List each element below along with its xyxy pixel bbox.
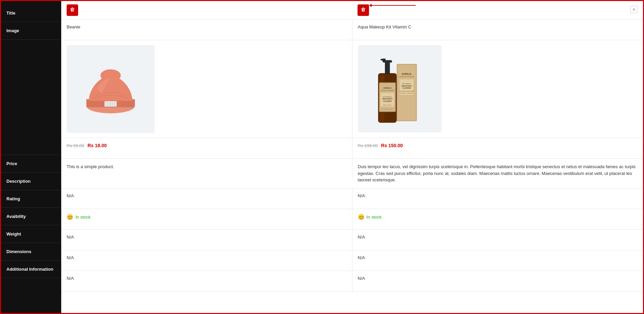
- additional-info-row: N/A N/A: [61, 271, 643, 292]
- svg-text:CELEBRATING MIRCOBIOME: CELEBRATING MIRCOBIOME: [399, 91, 414, 92]
- svg-text:CLEANSER: CLEANSER: [383, 100, 392, 102]
- product1-dimensions: N/A: [61, 250, 352, 271]
- beanie-svg: [77, 55, 144, 123]
- weight-row: N/A N/A: [61, 230, 643, 250]
- rating-row: N/A N/A: [61, 188, 643, 209]
- svg-text:aurelia-skincare.com: aurelia-skincare.com: [382, 109, 392, 110]
- product2-availability-badge: 😊 In stock: [358, 214, 638, 220]
- product2-dimensions: N/A: [352, 250, 643, 271]
- product1-weight: N/A: [61, 230, 352, 250]
- svg-text:RESTORATIVE: RESTORATIVE: [383, 96, 392, 98]
- sidebar-row-image: Image: [1, 22, 61, 40]
- sidebar-row-weight: Weight: [1, 225, 61, 243]
- product1-availability: 😊 In stock: [61, 209, 352, 229]
- product2-rating: N/A: [352, 188, 643, 209]
- delete-product2-button[interactable]: [358, 4, 369, 16]
- availability-row: 😊 In stock 😊 In stock: [61, 209, 643, 230]
- product2-image-cell: AURELIA PROBIOTIC SKINCARE RESTORATIVE C…: [352, 40, 643, 138]
- svg-text:RESTORATIVE: RESTORATIVE: [402, 83, 411, 85]
- svg-text:CREAM BODY: CREAM BODY: [382, 98, 392, 100]
- sidebar-row-rating: Rating: [1, 190, 61, 208]
- product1-description: This is a simple product.: [61, 159, 352, 179]
- product1-availability-icon: 😊: [67, 214, 73, 220]
- product1-price-cell: Rs 20.00 Rs 18.00: [61, 138, 352, 158]
- product1-availability-text: In stock: [75, 215, 91, 220]
- trash-icon-2: [361, 7, 366, 14]
- sidebar-row-image-spacer: [1, 40, 61, 155]
- product1-availability-badge: 😊 In stock: [67, 214, 347, 220]
- product2-image-container: AURELIA PROBIOTIC SKINCARE RESTORATIVE C…: [358, 45, 442, 132]
- product2-weight: N/A: [352, 230, 643, 250]
- product2-price-cell: Rs 199.00 Rs 150.00: [352, 138, 643, 158]
- product2-price-sale: Rs 150.00: [381, 143, 403, 148]
- trash-icon-1: [70, 7, 75, 14]
- compare-window: × Title Image Price Description Rating A…: [0, 0, 644, 314]
- svg-rect-4: [105, 102, 116, 106]
- svg-text:CREAM BODY: CREAM BODY: [401, 85, 412, 87]
- dimensions-row: N/A N/A: [61, 250, 643, 271]
- svg-text:PROBIOTIC SKINCARE: PROBIOTIC SKINCARE: [399, 76, 414, 77]
- product1-image-container: [67, 45, 155, 133]
- sidebar-row-dimensions: Dimensions: [1, 243, 61, 261]
- svg-text:PROBIOTIC SKINCARE: PROBIOTIC SKINCARE: [381, 90, 394, 91]
- arrow-indicator: [369, 4, 416, 7]
- sidebar-row-availability: Avaibility: [1, 208, 61, 225]
- svg-text:AURELIA: AURELIA: [401, 73, 411, 75]
- product1-rating: N/A: [61, 188, 352, 209]
- sidebar-row-price: Price: [1, 155, 61, 173]
- product2-header: [352, 1, 643, 19]
- product1-header: [61, 1, 352, 19]
- image-row: AURELIA PROBIOTIC SKINCARE RESTORATIVE C…: [61, 40, 643, 138]
- sidebar-row-title: Title: [1, 4, 61, 22]
- title-row: Beanie Aqua Makeup Kit Vitamin C: [61, 20, 643, 40]
- svg-text:300ml · Net Wt.: 300ml · Net Wt.: [383, 105, 391, 106]
- product1-image-cell: [61, 40, 352, 138]
- product2-additional-info: N/A: [352, 271, 643, 291]
- delete-product1-button[interactable]: [67, 4, 78, 16]
- header-row: [61, 1, 643, 20]
- bottle-svg: AURELIA PROBIOTIC SKINCARE RESTORATIVE C…: [366, 51, 434, 126]
- svg-rect-21: [381, 59, 386, 61]
- svg-point-5: [100, 69, 121, 82]
- product1-additional-info: N/A: [61, 271, 352, 291]
- product1-title: Beanie: [61, 20, 352, 40]
- product2-description: Duis tempor leo lacus, vel dignissim tur…: [352, 159, 643, 188]
- sidebar-row-description: Description: [1, 173, 61, 190]
- sidebar-row-additional: Additional Information: [1, 261, 61, 278]
- product2-price-original: Rs 199.00: [358, 143, 378, 148]
- svg-text:AURELIA: AURELIA: [383, 87, 391, 89]
- sidebar: Title Image Price Description Rating Ava…: [1, 1, 61, 313]
- svg-rect-18: [385, 61, 390, 74]
- product2-availability: 😊 In stock: [352, 209, 643, 229]
- product1-price-original: Rs 20.00: [67, 143, 84, 148]
- product2-availability-text: In stock: [367, 215, 382, 220]
- product1-price-sale: Rs 18.00: [88, 143, 107, 148]
- svg-text:CLEANSER: CLEANSER: [402, 87, 411, 89]
- product2-title: Aqua Makeup Kit Vitamin C: [352, 20, 643, 40]
- close-button[interactable]: ×: [630, 6, 638, 13]
- main-content: Beanie Aqua Makeup Kit Vitamin C: [61, 1, 643, 313]
- product2-availability-icon: 😊: [358, 214, 365, 220]
- svg-text:PEPTIDES · PROBIOTICS: PEPTIDES · PROBIOTICS: [400, 93, 413, 94]
- description-row: This is a simple product. Duis tempor le…: [61, 159, 643, 188]
- price-row: Rs 20.00 Rs 18.00 Rs 199.00 Rs 150.00: [61, 138, 643, 159]
